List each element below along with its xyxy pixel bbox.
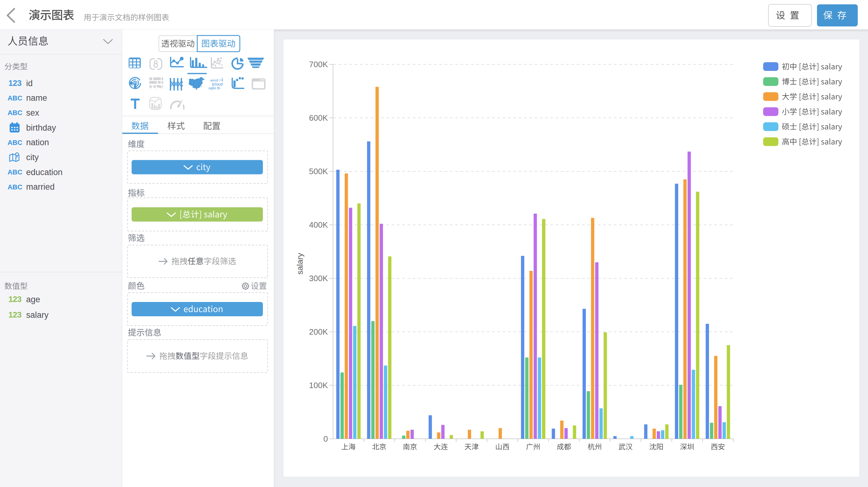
svg-text:cloud: cloud [213, 82, 223, 87]
svg-text:100K: 100K [309, 381, 328, 390]
svg-text:ABC: ABC [7, 94, 22, 102]
svg-text:0: 0 [323, 434, 328, 444]
svg-text:600K: 600K [309, 113, 328, 123]
svg-text:salary: salary [295, 253, 305, 274]
svg-text:agile Bi: agile Bi [209, 86, 220, 90]
svg-text:123: 123 [8, 294, 22, 304]
svg-text:700K: 700K [309, 60, 328, 69]
svg-text:ABC: ABC [7, 109, 22, 117]
svg-text:married: married [26, 182, 55, 192]
svg-text:education: education [26, 168, 63, 177]
svg-text:id: id [26, 79, 33, 88]
svg-text:birthday: birthday [26, 123, 56, 132]
svg-text:age: age [26, 295, 40, 304]
svg-text:123: 123 [8, 78, 22, 88]
svg-text:300K: 300K [309, 274, 328, 283]
svg-text:200K: 200K [309, 327, 328, 336]
svg-text:500K: 500K [309, 167, 328, 176]
svg-text:123: 123 [8, 310, 22, 319]
svg-text:ABC: ABC [7, 183, 22, 191]
svg-text:nation: nation [26, 138, 49, 147]
svg-text:salary: salary [26, 311, 49, 320]
svg-text:sex: sex [26, 108, 39, 118]
svg-text:name: name [26, 93, 47, 103]
svg-text:ABC: ABC [7, 139, 22, 147]
svg-text:400K: 400K [309, 220, 328, 229]
svg-text:cloud: cloud [219, 79, 223, 81]
svg-text:ABC: ABC [7, 168, 22, 176]
svg-text:city: city [26, 153, 39, 162]
